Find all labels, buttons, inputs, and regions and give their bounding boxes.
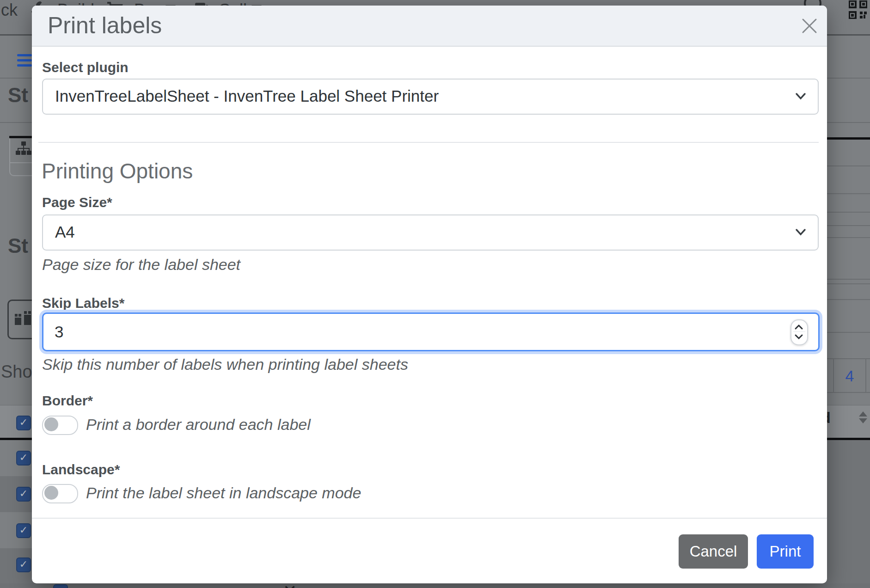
section-divider — [38, 142, 819, 143]
row-line — [827, 165, 870, 166]
barcode-scan-icon — [849, 0, 867, 21]
skip-labels-label: Skip Labels* — [42, 295, 124, 312]
stock-items-heading: St — [8, 235, 28, 257]
close-icon[interactable] — [800, 17, 819, 35]
row-checkbox: ✓ — [16, 451, 31, 466]
plugin-label: Select plugin — [42, 59, 129, 76]
row-line — [827, 225, 870, 226]
toggle-knob — [44, 417, 58, 431]
skip-labels-input[interactable] — [43, 314, 818, 350]
dialog-title: Print labels — [48, 6, 162, 46]
skip-labels-field — [42, 312, 820, 351]
row-checkbox: ✓ — [16, 523, 31, 538]
row-line — [827, 193, 870, 194]
footer-divider — [32, 518, 827, 519]
row-line — [827, 237, 870, 238]
printing-options-heading: Printing Options — [42, 158, 193, 184]
row-line — [827, 332, 870, 333]
chevron-down-icon — [794, 225, 808, 239]
row-checkbox: ✓ — [16, 487, 31, 502]
stock-page-heading: St — [8, 84, 28, 106]
hamburger-menu-icon — [17, 54, 32, 67]
row-line — [827, 283, 870, 284]
table-body-right — [827, 440, 870, 588]
print-labels-dialog: Print labels Select plugin InvenTreeLabe… — [32, 6, 827, 583]
cancel-button[interactable]: Cancel — [679, 534, 748, 569]
spinner-divider — [793, 331, 805, 332]
dialog-header: Print labels — [32, 6, 827, 47]
plugin-select[interactable]: InvenTreeLabelSheet - InvenTree Label Sh… — [42, 79, 819, 115]
toggle-knob — [44, 486, 58, 500]
page-size-help: Page size for the label sheet — [42, 255, 240, 274]
table-header-border-right — [827, 137, 870, 140]
spinner-up-icon[interactable] — [794, 324, 803, 330]
landscape-label: Landscape* — [42, 461, 120, 478]
sitemap-icon — [16, 141, 31, 160]
border-help: Print a border around each label — [86, 414, 311, 435]
landscape-help: Print the label sheet in landscape mode — [86, 483, 361, 503]
select-all-checkbox: ✓ — [16, 416, 31, 430]
page-size-select[interactable]: A4 — [42, 214, 819, 251]
skip-labels-help: Skip this number of labels when printing… — [42, 355, 408, 374]
chevron-down-icon — [794, 89, 808, 103]
print-button[interactable]: Print — [757, 534, 814, 569]
page-size-label: Page Size* — [42, 194, 112, 211]
pagination-page-4: 4 — [833, 367, 866, 385]
border-label: Border* — [42, 392, 93, 409]
spinner-down-icon[interactable] — [794, 334, 803, 340]
showing-text: Sho — [1, 362, 32, 381]
row-line — [827, 212, 870, 213]
number-spinner[interactable] — [790, 319, 808, 345]
page-size-select-value: A4 — [55, 215, 75, 249]
landscape-toggle[interactable] — [42, 484, 78, 503]
nav-stock-fragment: ck — [1, 1, 18, 19]
row-line — [827, 279, 870, 280]
row-line — [827, 299, 870, 300]
row-checkbox: ✓ — [16, 557, 31, 572]
plugin-select-value: InvenTreeLabelSheet - InvenTree Label Sh… — [55, 80, 439, 113]
border-toggle[interactable] — [42, 416, 78, 435]
bottom-row-strip — [0, 583, 870, 588]
warehouse-icon — [13, 307, 34, 331]
row-line — [827, 392, 870, 393]
row-checkbox: ✓ — [53, 584, 68, 588]
